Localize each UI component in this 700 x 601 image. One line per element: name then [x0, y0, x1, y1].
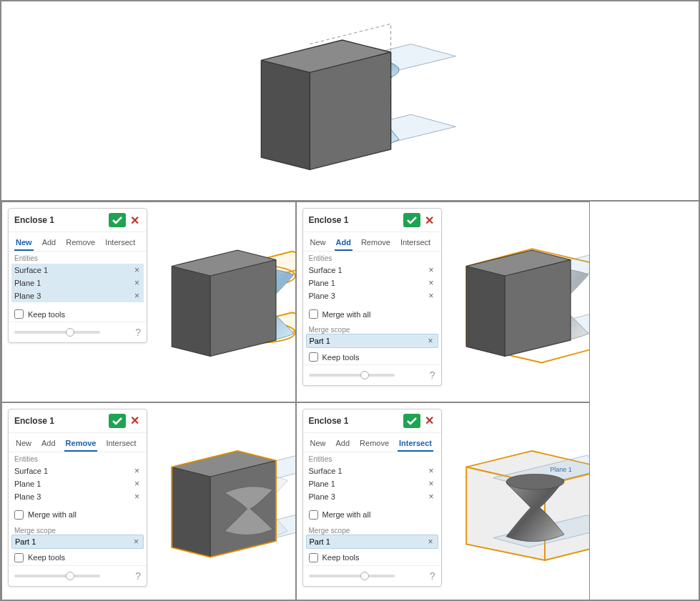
help-icon[interactable]: ? [430, 369, 435, 381]
enclose-dialog: Enclose 1 ✕ New Add Remove Intersect Ent… [302, 208, 442, 386]
panel-intersect: Enclose 1 ✕ New Add Remove Intersect Ent… [296, 402, 591, 602]
enclose-dialog: Enclose 1 ✕ New Add Remove Intersect Ent… [8, 208, 147, 343]
entity-row[interactable]: Surface 1× [11, 465, 144, 477]
merge-scope-field[interactable]: Part 1 × [11, 535, 144, 549]
tab-intersect[interactable]: Intersect [398, 436, 433, 452]
viewport-new[interactable] [147, 208, 296, 396]
entity-row[interactable]: Surface 1× [11, 264, 144, 277]
tab-new[interactable]: New [309, 235, 327, 251]
cancel-button[interactable]: ✕ [129, 214, 141, 227]
entity-row[interactable]: Plane 3× [306, 490, 438, 503]
entity-row[interactable]: Plane 3× [306, 289, 438, 302]
svg-marker-17 [505, 260, 571, 357]
keep-tools-row[interactable]: Keep tools [303, 349, 441, 364]
keep-tools-checkbox[interactable] [309, 352, 318, 362]
merge-with-all-row[interactable]: Merge with all [9, 507, 147, 522]
tab-new[interactable]: New [309, 436, 327, 452]
dialog-title: Enclose 1 [309, 215, 349, 225]
opacity-slider[interactable] [309, 575, 395, 577]
remove-entity-icon[interactable]: × [133, 466, 141, 476]
remove-entity-icon[interactable]: × [133, 479, 141, 489]
svg-marker-12 [210, 260, 276, 357]
tab-add[interactable]: Add [335, 436, 352, 452]
entity-row[interactable]: Plane 1× [11, 277, 144, 289]
entity-row[interactable]: Plane 3× [11, 490, 144, 503]
remove-entity-icon[interactable]: × [427, 479, 435, 489]
merge-with-all-row[interactable]: Merge with all [303, 507, 441, 522]
cancel-button[interactable]: ✕ [423, 214, 435, 227]
remove-scope-icon[interactable]: × [132, 537, 140, 547]
tabs: New Add Remove Intersect [9, 232, 147, 252]
cancel-button[interactable]: ✕ [423, 414, 435, 427]
remove-entity-icon[interactable]: × [427, 278, 435, 288]
svg-marker-11 [172, 267, 210, 357]
svg-point-28 [506, 474, 564, 490]
merge-scope-field[interactable]: Part 1 × [306, 535, 438, 549]
remove-scope-icon[interactable]: × [426, 537, 434, 547]
merge-with-all-checkbox[interactable] [14, 510, 24, 520]
viewport-add[interactable] [442, 208, 591, 396]
tab-add[interactable]: Add [335, 235, 353, 251]
keep-tools-checkbox[interactable] [14, 309, 24, 319]
help-icon[interactable]: ? [430, 570, 435, 582]
merge-with-all-row[interactable]: Merge with all [303, 307, 441, 322]
tab-intersect[interactable]: Intersect [399, 235, 432, 251]
tab-remove[interactable]: Remove [64, 235, 97, 251]
confirm-button[interactable] [109, 213, 126, 227]
entity-row[interactable]: Plane 1× [11, 477, 144, 490]
panel-add: Enclose 1 ✕ New Add Remove Intersect Ent… [296, 202, 591, 402]
cancel-button[interactable]: ✕ [129, 414, 141, 427]
enclose-dialog: Enclose 1 ✕ New Add Remove Intersect Ent… [8, 409, 147, 587]
viewport-intersect[interactable]: Plane 1 [442, 409, 591, 597]
entity-row[interactable]: Plane 3× [11, 289, 144, 302]
keep-tools-row[interactable]: Keep tools [9, 307, 147, 322]
tab-new[interactable]: New [14, 436, 33, 452]
merge-with-all-checkbox[interactable] [309, 510, 318, 520]
tab-remove[interactable]: Remove [360, 235, 392, 251]
merge-with-all-checkbox[interactable] [309, 309, 318, 319]
keep-tools-row[interactable]: Keep tools [9, 550, 147, 565]
remove-entity-icon[interactable]: × [133, 492, 141, 502]
dialog-title: Enclose 1 [14, 215, 54, 225]
keep-tools-checkbox[interactable] [14, 553, 24, 562]
confirm-button[interactable] [403, 414, 420, 428]
entity-row[interactable]: Plane 1× [306, 477, 438, 490]
dialog-title: Enclose 1 [14, 416, 54, 426]
tab-intersect[interactable]: Intersect [104, 235, 137, 251]
confirm-button[interactable] [403, 213, 420, 227]
merge-scope-field[interactable]: Part 1 × [306, 334, 438, 348]
tab-intersect[interactable]: Intersect [104, 436, 137, 452]
tab-remove[interactable]: Remove [358, 436, 390, 452]
viewport-remove[interactable] [147, 409, 296, 597]
svg-marker-21 [172, 467, 210, 557]
remove-entity-icon[interactable]: × [133, 265, 141, 275]
keep-tools-checkbox[interactable] [309, 553, 318, 562]
remove-entity-icon[interactable]: × [427, 265, 435, 275]
opacity-slider[interactable] [14, 575, 100, 577]
remove-scope-icon[interactable]: × [426, 336, 434, 346]
svg-marker-22 [210, 460, 276, 557]
confirm-button[interactable] [109, 414, 126, 428]
entity-row[interactable]: Surface 1× [306, 465, 438, 477]
dialog-title: Enclose 1 [309, 416, 349, 426]
remove-entity-icon[interactable]: × [133, 278, 141, 288]
panel-remove: Enclose 1 ✕ New Add Remove Intersect Ent… [1, 402, 296, 602]
opacity-slider[interactable] [14, 331, 100, 334]
enclose-dialog: Enclose 1 ✕ New Add Remove Intersect Ent… [302, 409, 442, 587]
entity-row[interactable]: Plane 1× [306, 277, 438, 289]
help-icon[interactable]: ? [135, 570, 141, 582]
tab-new[interactable]: New [14, 235, 34, 251]
remove-entity-icon[interactable]: × [427, 291, 435, 301]
remove-entity-icon[interactable]: × [427, 492, 435, 502]
viewport-top[interactable] [1, 11, 699, 190]
tab-add[interactable]: Add [41, 235, 58, 251]
opacity-slider[interactable] [309, 374, 395, 377]
keep-tools-row[interactable]: Keep tools [303, 550, 441, 565]
entity-row[interactable]: Surface 1× [306, 264, 438, 277]
remove-entity-icon[interactable]: × [427, 466, 435, 476]
remove-entity-icon[interactable]: × [133, 291, 141, 301]
tab-remove[interactable]: Remove [64, 436, 98, 452]
plane-label: Plane 1 [550, 466, 572, 473]
help-icon[interactable]: ? [135, 327, 141, 338]
tab-add[interactable]: Add [40, 436, 57, 452]
